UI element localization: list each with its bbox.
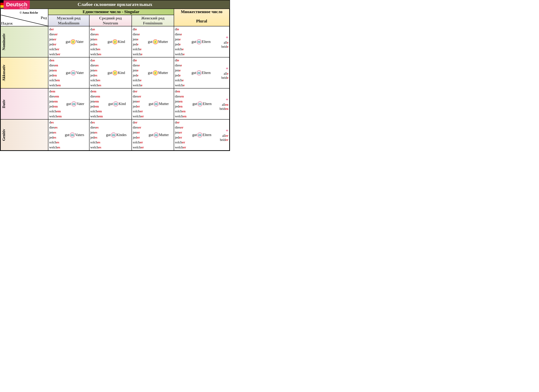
adjective-example: guteVater — [61, 27, 88, 57]
case-akkusativ: Akkusativ — [0, 57, 48, 88]
cell-genitiv-neut: desdiesesjenesjedessolcheswelchesgutenKi… — [89, 119, 132, 150]
determiner-list: diediesejenejedesolchewelche — [175, 58, 185, 88]
determiner-list: dasdiesesjenesjedessolcheswelches — [90, 58, 101, 88]
header-neutrum: Средний род Neutrum — [89, 15, 132, 26]
cell-genitiv-fem: derdieserjenerjedersolcherwelchergutenMu… — [132, 119, 174, 150]
determiner-list: derdieserjenerjedersolcherwelcher — [133, 89, 144, 119]
cell-nominativ-neut: dasdiesesjenesjedessolcheswelchesguteKin… — [89, 26, 132, 57]
cell-dativ-neut: demdiesemjenemjedemsolchemwelchemgutenKi… — [89, 88, 132, 119]
plural-extra: +allebeide — [218, 27, 228, 57]
adjective-example: guteKind — [102, 58, 131, 88]
cell-akkusativ-fem: diediesejenejedesolchewelcheguteMutter — [132, 57, 174, 88]
logo-box: Deutsch ONLINE — [4, 0, 30, 9]
cell-nominativ-plural: diediesejenejedesolchewelchegutenEltern+… — [174, 26, 230, 57]
adjective-example: guteMutter — [143, 27, 173, 57]
determiner-list: dendiesenjenenjedensolchenwelchen — [175, 89, 187, 119]
case-genitiv: Genitiv — [0, 119, 48, 150]
grammar-chart: Deutsch ONLINE Слабое склонение прилагат… — [0, 0, 230, 151]
cell-akkusativ-neut: dasdiesesjenesjedessolcheswelchesguteKin… — [89, 57, 132, 88]
adjective-example: gutenVaters — [61, 120, 88, 150]
credit: © Anna Reiche — [2, 10, 38, 15]
determiner-list: desdiesesjenesjedessolcheswelches — [49, 120, 60, 150]
cell-dativ-plural: dendiesenjenenjedensolchenwelchengutenEl… — [174, 88, 230, 119]
page-title: Слабое склонение прилагательных — [78, 2, 152, 7]
adjective-example: gutenVater — [62, 58, 88, 88]
adjective-example: guteMutter — [143, 58, 173, 88]
determiner-list: demdiesemjenemjedemsolchemwelchem — [49, 89, 62, 119]
cell-akkusativ-plural: diediesejenejedesolchewelchegutenEltern+… — [174, 57, 230, 88]
determiner-list: demdiesemjenemjedemsolchemwelchem — [90, 89, 103, 119]
cell-genitiv-mask: desdiesesjenesjedessolcheswelchesgutenVa… — [48, 119, 89, 150]
cell-akkusativ-mask: dendiesenjenenjedensolchenwelchengutenVa… — [48, 57, 89, 88]
cell-dativ-mask: demdiesemjenemjedemsolchemwelchemgutenVa… — [48, 88, 89, 119]
adjective-example: gutenKind — [103, 89, 131, 119]
header-plural: Множественное число Plural — [174, 9, 230, 26]
cell-nominativ-mask: derdieserjenerjedersolcherwelcherguteVat… — [48, 26, 89, 57]
determiner-list: desdiesesjenesjedessolcheswelches — [90, 120, 101, 150]
adjective-example: gutenEltern — [185, 58, 217, 88]
label-padezh: Падеж — [1, 21, 13, 26]
adjective-example: gutenMutter — [145, 89, 173, 119]
determiner-list: derdieserjenerjedersolcherwelcher — [175, 120, 186, 150]
cell-dativ-fem: derdieserjenerjedersolcherwelchergutenMu… — [132, 88, 174, 119]
adjective-example: gutenEltern — [187, 89, 217, 119]
adjective-example: gutenVater — [62, 89, 88, 119]
header-bar: Deutsch ONLINE Слабое склонение прилагат… — [0, 0, 230, 9]
label-rod: Род — [41, 15, 47, 20]
adjective-example: gutenEltern — [185, 27, 217, 57]
determiner-list: derdieserjenerjedersolcherwelcher — [133, 120, 144, 150]
plural-extra: +allebeide — [218, 58, 228, 88]
adjective-example: gutenEltern — [187, 120, 217, 150]
cell-genitiv-plural: derdieserjenerjedersolcherwelchergutenEl… — [174, 119, 230, 150]
header-maskulinum: Мужской род Maskulinum — [48, 15, 89, 26]
cell-nominativ-fem: diediesejenejedesolchewelcheguteMutter — [132, 26, 174, 57]
determiner-list: diediesejenejedesolchewelche — [175, 27, 185, 57]
declension-table: © Anna Reiche Единственное число - Singu… — [0, 9, 230, 151]
adjective-example: gutenMutter — [145, 120, 173, 150]
determiner-list: dasdiesesjenesjedessolcheswelches — [90, 27, 101, 57]
corner-cell: Род Падеж — [0, 15, 48, 26]
german-flag-icon — [0, 0, 4, 8]
adjective-example: guteKind — [102, 27, 131, 57]
header-femininum: Женский род Femininum — [132, 15, 174, 26]
adjective-example: gutenKindes — [102, 120, 131, 150]
logo-text: Deutsch — [6, 1, 27, 7]
case-nominativ: Nominativ — [0, 26, 48, 57]
determiner-list: diediesejenejedesolchewelche — [133, 27, 143, 57]
determiner-list: diediesejenejedesolchewelche — [133, 58, 143, 88]
plural-extra: +allerbeider — [218, 120, 228, 150]
plural-extra: +allenbeiden — [218, 89, 228, 119]
logo: Deutsch ONLINE — [0, 0, 30, 9]
determiner-list: dendiesenjenenjedensolchenwelchen — [49, 58, 61, 88]
case-dativ: Dativ — [0, 88, 48, 119]
determiner-list: derdieserjenerjedersolcherwelcher — [49, 27, 60, 57]
logo-subtext: ONLINE — [6, 7, 27, 9]
header-singular: Единственное число - Singular — [48, 9, 174, 15]
